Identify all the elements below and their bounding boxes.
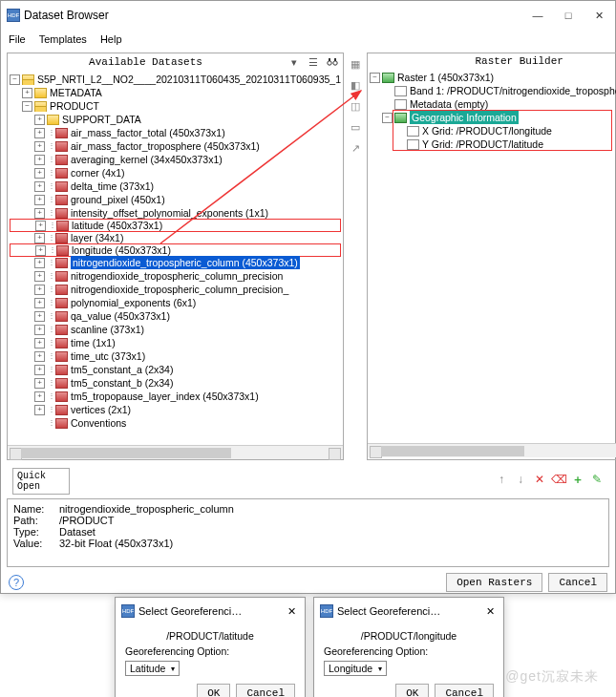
open-rasters-button[interactable]: Open Rasters xyxy=(446,573,542,592)
menu-help[interactable]: Help xyxy=(100,33,122,45)
chart-icon[interactable]: ◫ xyxy=(348,98,363,114)
tree-item[interactable]: scanline (373x1) xyxy=(71,323,144,336)
ok-button[interactable]: OK xyxy=(395,684,429,697)
expand-icon[interactable]: + xyxy=(34,311,45,322)
filter-icon[interactable]: ☰ xyxy=(307,55,320,69)
expand-icon[interactable]: + xyxy=(34,391,45,402)
expand-icon[interactable]: + xyxy=(34,181,45,192)
clear-icon[interactable]: ⌫ xyxy=(552,473,565,486)
datasets-tree[interactable]: −S5P_NRTI_L2__NO2____20210311T060435_202… xyxy=(8,71,343,445)
expand-icon[interactable]: + xyxy=(34,155,45,165)
side-toolbar: ▦ ◧ ◫ ▭ ↗ xyxy=(348,53,363,460)
expand-icon[interactable]: + xyxy=(34,338,45,348)
raster-node[interactable]: Raster 1 (450x373x1) xyxy=(397,71,494,84)
tree-item[interactable]: corner (4x1) xyxy=(71,166,125,180)
expand-icon[interactable]: + xyxy=(34,325,45,335)
tree-item[interactable]: tm5_tropopause_layer_index (450x373x1) xyxy=(71,390,259,403)
grid-icon xyxy=(394,86,407,96)
expand-icon[interactable]: + xyxy=(34,168,45,179)
tree-item[interactable]: time (1x1) xyxy=(71,336,116,349)
tree-item[interactable]: averaging_kernel (34x450x373x1) xyxy=(71,153,223,166)
delete-icon[interactable]: ✕ xyxy=(533,473,546,486)
help-icon[interactable]: ? xyxy=(9,575,24,590)
tree-item[interactable]: tm5_constant_b (2x34) xyxy=(71,376,173,390)
tree-item[interactable]: nitrogendioxide_tropospheric_column_prec… xyxy=(71,269,283,283)
menu-templates[interactable]: Templates xyxy=(39,33,87,45)
expand-icon[interactable]: + xyxy=(34,378,45,389)
expand-icon[interactable]: − xyxy=(370,73,380,83)
tree-item[interactable]: Conventions xyxy=(71,416,126,430)
details-panel: Name:nitrogendioxide_tropospheric_column… xyxy=(7,498,609,567)
expand-icon[interactable]: + xyxy=(34,351,45,362)
tree-item[interactable]: time_utc (373x1) xyxy=(71,349,145,363)
chevron-down-icon: ▾ xyxy=(171,665,175,673)
expand-icon[interactable]: + xyxy=(34,405,45,415)
maximize-button[interactable]: □ xyxy=(562,9,575,22)
expand-icon[interactable]: + xyxy=(34,258,45,268)
scrollbar-horizontal[interactable] xyxy=(368,443,616,457)
expand-icon[interactable]: + xyxy=(34,195,45,205)
expand-icon[interactable]: + xyxy=(34,128,45,138)
expand-icon[interactable]: + xyxy=(34,365,45,375)
georef-select[interactable]: Longitude▾ xyxy=(324,661,387,676)
tree-item[interactable]: air_mass_factor_total (450x373x1) xyxy=(71,126,225,139)
expand-icon[interactable]: − xyxy=(10,74,20,85)
tree-no2-selected[interactable]: nitrogendioxide_tropospheric_column (450… xyxy=(71,256,300,269)
binoculars-icon[interactable] xyxy=(326,55,339,69)
tree-product[interactable]: PRODUCT xyxy=(50,99,99,113)
scrollbar-horizontal[interactable] xyxy=(8,445,343,459)
dialog-path: /PRODUCT/latitude xyxy=(125,630,295,642)
expand-icon[interactable]: + xyxy=(34,208,45,219)
cancel-button[interactable]: Cancel xyxy=(548,573,607,592)
tree-item[interactable]: nitrogendioxide_tropospheric_column_prec… xyxy=(71,283,288,296)
tree-root[interactable]: S5P_NRTI_L2__NO2____20210311T060435_2021… xyxy=(37,73,341,86)
quick-open-button[interactable]: Quick Open xyxy=(12,468,70,495)
cancel-button[interactable]: Cancel xyxy=(236,684,295,697)
ok-button[interactable]: OK xyxy=(197,684,230,697)
highlight-box xyxy=(393,110,612,151)
georef-select[interactable]: Latitude▾ xyxy=(125,661,180,676)
close-icon[interactable]: ✕ xyxy=(284,603,299,619)
hdf-icon: HDF xyxy=(320,604,333,618)
expand-icon[interactable]: + xyxy=(22,88,32,98)
cancel-button[interactable]: Cancel xyxy=(435,684,494,697)
expand-icon[interactable]: + xyxy=(34,233,45,243)
close-icon[interactable]: ✕ xyxy=(482,603,498,619)
table-icon[interactable]: ▦ xyxy=(348,56,363,72)
tree-item[interactable]: qa_value (450x373x1) xyxy=(71,309,170,323)
tree-item[interactable]: vertices (2x1) xyxy=(71,403,131,416)
menu-file[interactable]: File xyxy=(9,33,26,45)
expand-icon[interactable]: − xyxy=(382,113,393,123)
arrow-down-icon[interactable]: ↓ xyxy=(514,473,527,486)
expand-icon[interactable]: + xyxy=(35,221,46,231)
collapse-all-icon[interactable]: ▾ xyxy=(287,55,301,69)
layers-icon[interactable]: ▭ xyxy=(348,119,363,135)
expand-icon[interactable]: + xyxy=(34,298,45,308)
map-icon[interactable]: ◧ xyxy=(348,77,363,93)
raster-tree[interactable]: −Raster 1 (450x373x1) Band 1: /PRODUCT/n… xyxy=(368,69,616,443)
expand-icon[interactable]: + xyxy=(34,271,45,282)
georef-dialog-latitude: HDF Select Georeferenci… ✕ /PRODUCT/lati… xyxy=(115,597,306,697)
minimize-button[interactable]: — xyxy=(531,9,544,22)
metadata-node[interactable]: Metadata (empty) xyxy=(410,97,488,111)
link-icon[interactable]: ↗ xyxy=(348,140,363,156)
expand-icon[interactable]: + xyxy=(34,285,45,295)
main-window: HDF Dataset Browser — □ ✕ File Templates… xyxy=(0,0,616,594)
tree-item[interactable]: delta_time (373x1) xyxy=(71,180,154,193)
arrow-up-icon[interactable]: ↑ xyxy=(495,473,508,486)
band-node[interactable]: Band 1: /PRODUCT/nitrogendioxide_troposp… xyxy=(410,84,616,97)
tree-metadata[interactable]: METADATA xyxy=(50,86,102,99)
expand-icon[interactable]: + xyxy=(34,141,45,152)
tree-item[interactable]: air_mass_factor_troposphere (450x373x1) xyxy=(71,139,260,153)
tree-item[interactable]: tm5_constant_a (2x34) xyxy=(71,363,173,376)
georef-option-label: Georeferencing Option: xyxy=(324,645,494,657)
tree-item[interactable]: ground_pixel (450x1) xyxy=(71,193,165,206)
edit-icon[interactable]: ✎ xyxy=(590,473,604,486)
close-button[interactable]: ✕ xyxy=(592,9,605,22)
expand-icon[interactable]: + xyxy=(34,115,45,125)
tree-support[interactable]: SUPPORT_DATA xyxy=(62,113,141,126)
expand-icon[interactable]: + xyxy=(35,245,46,256)
tree-item[interactable]: polynomial_exponents (6x1) xyxy=(71,296,196,309)
expand-icon[interactable]: − xyxy=(22,101,32,112)
add-icon[interactable]: ＋ xyxy=(571,473,584,486)
